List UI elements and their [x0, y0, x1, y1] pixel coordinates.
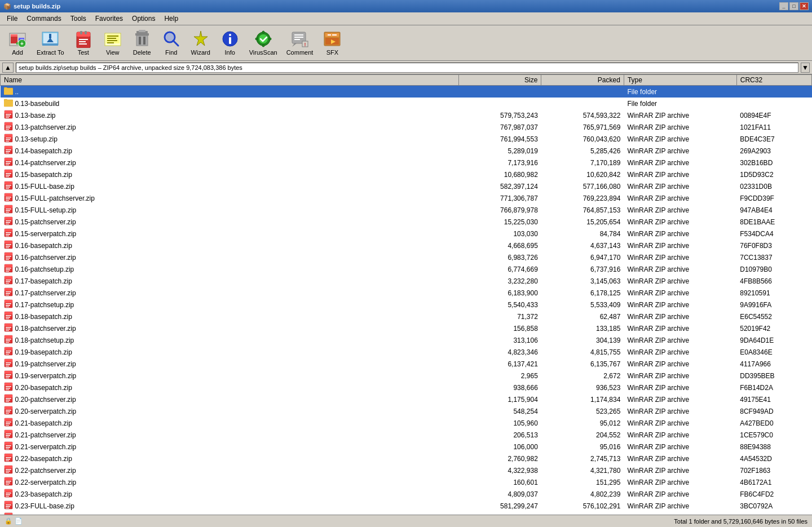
comment-button[interactable]: ! Comment	[283, 28, 317, 58]
file-name-cell: 0.23-basepatch.zip	[1, 488, 459, 500]
table-row[interactable]: 0.18-patchsetup.zip313,106304,139WinRAR …	[1, 334, 812, 346]
table-row[interactable]: 0.19-patchserver.zip6,137,4216,135,767Wi…	[1, 358, 812, 370]
file-name-text: 0.22-serverpatch.zip	[15, 479, 77, 486]
svg-rect-164	[6, 354, 9, 355]
svg-rect-89	[6, 176, 9, 177]
table-row[interactable]: 0.19-basepatch.zip4,823,3464,815,755WinR…	[1, 346, 812, 358]
table-row[interactable]: 0.21-serverpatch.zip106,00095,016WinRAR …	[1, 441, 812, 453]
svg-rect-219	[6, 484, 9, 485]
path-dropdown-button[interactable]: ▼	[801, 63, 810, 73]
svg-rect-61	[5, 110, 12, 113]
table-row[interactable]: 0.20-patchserver.zip1,175,9041,174,834Wi…	[1, 393, 812, 405]
file-name-text: 0.21-patchserver.zip	[15, 431, 76, 439]
file-name-text: 0.15-FULL-base.zip	[15, 183, 74, 191]
view-button[interactable]: View	[99, 28, 127, 58]
svg-rect-38	[229, 37, 231, 44]
menu-favorites[interactable]: Favorites	[91, 14, 127, 24]
column-packed[interactable]: Packed	[541, 75, 624, 86]
table-row[interactable]: 0.22-basepatch.zip2,760,9822,745,713WinR…	[1, 453, 812, 464]
file-packed: 4,802,239	[541, 488, 624, 500]
file-crc: 49175E41	[736, 393, 811, 405]
column-crc32[interactable]: CRC32	[736, 75, 811, 86]
zip-icon	[4, 169, 13, 180]
file-name-cell: 0.21-patchserver.zip	[1, 429, 459, 441]
file-size: 160,601	[458, 476, 541, 488]
close-button[interactable]: ✕	[800, 2, 809, 10]
table-row[interactable]: 0.13-setup.zip761,994,553760,043,620WinR…	[1, 133, 812, 145]
menu-help[interactable]: Help	[160, 14, 183, 24]
table-row[interactable]: 0.17-patchsetup.zip5,540,4335,533,409Win…	[1, 299, 812, 311]
table-row[interactable]: 0.17-basepatch.zip3,232,2803,145,063WinR…	[1, 275, 812, 287]
file-packed: 2,745,713	[541, 453, 624, 464]
menu-options[interactable]: Options	[127, 14, 160, 24]
zip-icon	[4, 276, 13, 286]
table-row[interactable]: ..File folder	[1, 86, 812, 98]
file-crc: DD395BEB	[736, 370, 811, 382]
svg-rect-104	[6, 212, 9, 212]
table-row[interactable]: 0.13-basebuildFile folder	[1, 98, 812, 109]
table-row[interactable]: 0.17-patchserver.zip6,183,9006,178,125Wi…	[1, 287, 812, 299]
table-row[interactable]: 0.22-patchserver.zip4,322,9384,321,780Wi…	[1, 464, 812, 476]
title-bar-controls[interactable]: _ □ ✕	[779, 2, 809, 10]
info-button[interactable]: Info	[216, 28, 244, 58]
zip-icon	[4, 205, 13, 215]
zip-icon	[4, 465, 13, 476]
table-row[interactable]: 0.18-basepatch.zip71,37262,487WinRAR ZIP…	[1, 311, 812, 322]
table-row[interactable]: 0.21-basepatch.zip105,96095,012WinRAR ZI…	[1, 417, 812, 429]
svg-rect-201	[5, 442, 12, 445]
table-row[interactable]: 0.15-FULL-setup.zip766,879,978764,857,15…	[1, 204, 812, 216]
table-row[interactable]: 0.18-patchserver.zip156,858133,185WinRAR…	[1, 322, 812, 334]
table-row[interactable]: 0.16-basepatch.zip4,668,6954,637,143WinR…	[1, 240, 812, 251]
svg-rect-131	[5, 276, 12, 279]
svg-rect-102	[6, 209, 11, 210]
path-up-button[interactable]: ▲	[2, 63, 14, 73]
file-container: Name Size Packed Type CRC32 ..File folde…	[0, 74, 812, 515]
table-row[interactable]: 0.15-patchserver.zip15,225,03015,205,654…	[1, 216, 812, 228]
table-row[interactable]: 0.22-serverpatch.zip160,601151,295WinRAR…	[1, 476, 812, 488]
menu-file[interactable]: File	[2, 14, 22, 24]
table-row[interactable]: 0.20-serverpatch.zip548,254523,265WinRAR…	[1, 405, 812, 417]
table-row[interactable]: 0.16-patchsetup.zip6,774,6696,737,916Win…	[1, 263, 812, 275]
table-row[interactable]: 0.14-patchserver.zip7,173,9167,170,189Wi…	[1, 157, 812, 169]
extract-to-button[interactable]: Extract To	[33, 28, 68, 58]
menu-commands[interactable]: Commands	[22, 14, 65, 24]
file-type: WinRAR ZIP archive	[624, 405, 736, 417]
table-row[interactable]: 0.15-serverpatch.zip103,03084,784WinRAR …	[1, 228, 812, 240]
table-row[interactable]: 0.23-basepatch.zip4,809,0374,802,239WinR…	[1, 488, 812, 500]
column-type[interactable]: Type	[624, 75, 736, 86]
table-row[interactable]: 0.23-FULL-base.zip581,299,247576,102,291…	[1, 500, 812, 512]
wizard-button[interactable]: Wizard	[187, 28, 215, 58]
svg-rect-153	[6, 329, 10, 330]
test-button[interactable]: Test	[69, 28, 98, 58]
table-row[interactable]: 0.15-FULL-base.zip582,397,124577,166,080…	[1, 180, 812, 192]
table-row[interactable]: 0.13-base.zip579,753,243574,593,322WinRA…	[1, 109, 812, 121]
zip-icon	[4, 240, 13, 251]
table-row[interactable]: 0.14-basepatch.zip5,289,0195,285,426WinR…	[1, 145, 812, 157]
column-size[interactable]: Size	[458, 75, 541, 86]
svg-rect-15	[79, 39, 88, 40]
sfx-button[interactable]: SFX	[318, 28, 346, 58]
zip-icon	[4, 181, 13, 192]
table-row[interactable]: 0.15-basepatch.zip10,680,98210,620,842Wi…	[1, 169, 812, 180]
maximize-button[interactable]: □	[789, 2, 798, 10]
add-button[interactable]: + Add	[3, 28, 32, 58]
minimize-button[interactable]: _	[779, 2, 788, 10]
table-header: Name Size Packed Type CRC32	[1, 75, 812, 86]
table-row[interactable]: 0.20-basepatch.zip938,666936,523WinRAR Z…	[1, 382, 812, 393]
svg-rect-126	[5, 264, 12, 267]
svg-rect-82	[6, 161, 11, 162]
table-row[interactable]: 0.21-patchserver.zip206,513204,552WinRAR…	[1, 429, 812, 441]
column-name[interactable]: Name	[1, 75, 459, 86]
table-row[interactable]: 0.13-patchserver.zip767,987,037765,971,5…	[1, 121, 812, 133]
virus-scan-button[interactable]: VirusScan	[245, 28, 281, 58]
menu-tools[interactable]: Tools	[66, 14, 91, 24]
svg-rect-198	[6, 435, 10, 436]
file-name-cell: 0.18-patchsetup.zip	[1, 334, 459, 346]
table-row[interactable]: 0.16-patchserver.zip6,983,7266,947,170Wi…	[1, 251, 812, 263]
table-row[interactable]: 0.19-serverpatch.zip2,9652,672WinRAR ZIP…	[1, 370, 812, 382]
file-type: WinRAR ZIP archive	[624, 145, 736, 157]
delete-button[interactable]: Delete	[128, 28, 156, 58]
file-name-cell: 0.15-FULL-base.zip	[1, 180, 459, 192]
find-button[interactable]: Find	[157, 28, 186, 58]
table-row[interactable]: 0.15-FULL-patchserver.zip771,306,787769,…	[1, 192, 812, 204]
